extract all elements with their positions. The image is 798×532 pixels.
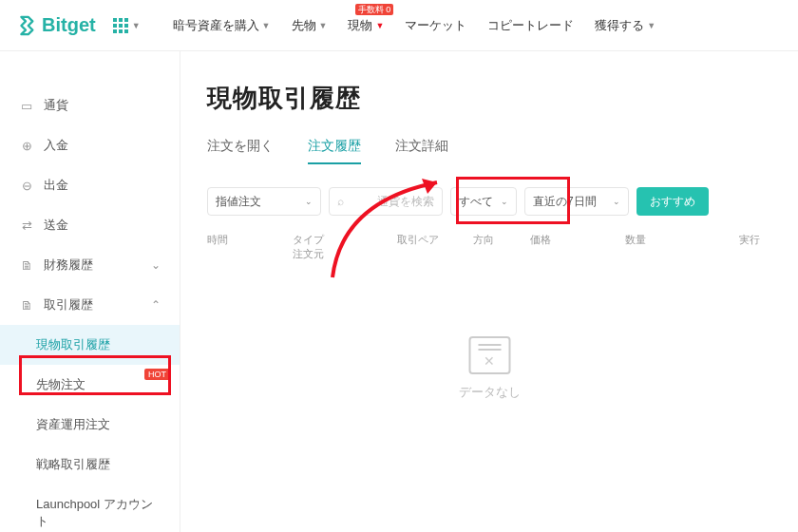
app-menu[interactable]: ▼: [113, 18, 141, 33]
sidebar-item-launchpool[interactable]: Launchpool アカウント: [0, 484, 180, 532]
search-icon: ⌕: [337, 195, 344, 208]
page-title: 現物取引履歴: [207, 82, 771, 115]
order-type-select[interactable]: 指値注文⌄: [207, 187, 321, 216]
range-select[interactable]: 直近の7日間⌄: [524, 187, 629, 216]
empty-icon: [468, 336, 510, 374]
sidebar-item-futures-orders[interactable]: 先物注文HOT: [0, 365, 180, 405]
tab-order-history[interactable]: 注文履歴: [308, 138, 361, 164]
chevron-down-icon: ▼: [375, 21, 384, 30]
logo-icon: [15, 15, 36, 36]
side-select[interactable]: すべて⌄: [450, 187, 517, 216]
col-exec: 実行: [711, 233, 771, 261]
nav-buy-crypto[interactable]: 暗号資産を購入▼: [173, 17, 271, 34]
transfer-icon: ⇄: [19, 218, 34, 233]
sidebar-item-currency[interactable]: ▭通貨: [0, 86, 180, 125]
tab-open-orders[interactable]: 注文を開く: [207, 138, 274, 164]
fee-badge: 手数料 0: [355, 4, 394, 15]
table-header: 時間 タイプ注文元 取引ペア 方向 価格 数量 実行: [207, 233, 771, 261]
chevron-down-icon: ⌄: [501, 197, 508, 206]
chevron-up-icon: ⌃: [151, 298, 161, 312]
nav-market[interactable]: マーケット: [405, 17, 466, 34]
col-price: 価格: [530, 233, 625, 261]
logo[interactable]: Bitget: [15, 14, 96, 36]
col-time: 時間: [207, 233, 293, 261]
chevron-down-icon: ⌄: [613, 197, 620, 206]
sidebar: ▭通貨 ⊕入金 ⊖出金 ⇄送金 🗎財務履歴⌄ 🗎取引履歴⌃ 現物取引履歴 先物注…: [0, 51, 180, 532]
sidebar-item-deposit[interactable]: ⊕入金: [0, 125, 180, 165]
filter-bar: 指値注文⌄ ⌕通貨を検索 すべて⌄ 直近の7日間⌄ おすすめ: [207, 187, 771, 216]
tab-order-detail[interactable]: 注文詳細: [395, 138, 448, 164]
withdraw-icon: ⊖: [19, 179, 34, 193]
sidebar-item-withdraw[interactable]: ⊖出金: [0, 165, 180, 205]
wallet-icon: ▭: [19, 99, 34, 113]
recommend-button[interactable]: おすすめ: [636, 187, 709, 216]
empty-state: データなし: [459, 336, 521, 401]
nav: 暗号資産を購入▼ 先物▼ 手数料 0 現物▼ マーケット コピートレード 獲得す…: [173, 17, 656, 34]
nav-futures[interactable]: 先物▼: [292, 17, 328, 34]
nav-copytrade[interactable]: コピートレード: [487, 17, 574, 34]
app-grid-icon: [113, 18, 128, 33]
chevron-down-icon: ⌄: [151, 258, 161, 272]
deposit-icon: ⊕: [19, 139, 34, 153]
chevron-down-icon: ▼: [647, 21, 656, 30]
sidebar-item-strategy-history[interactable]: 戦略取引履歴: [0, 445, 180, 484]
pair-search-input[interactable]: ⌕通貨を検索: [329, 187, 443, 216]
chevron-down-icon: ⌄: [305, 197, 313, 206]
empty-text: データなし: [459, 384, 521, 401]
doc-icon: 🗎: [19, 258, 34, 273]
nav-earn[interactable]: 獲得する▼: [595, 17, 656, 34]
col-pair: 取引ペア: [397, 233, 473, 261]
tabs: 注文を開く 注文履歴 注文詳細: [207, 138, 771, 164]
header: Bitget ▼ 暗号資産を購入▼ 先物▼ 手数料 0 現物▼ マーケット コピ…: [0, 0, 798, 51]
sidebar-item-asset-orders[interactable]: 資産運用注文: [0, 405, 180, 445]
sidebar-item-transfer[interactable]: ⇄送金: [0, 205, 180, 245]
main: 現物取引履歴 注文を開く 注文履歴 注文詳細 指値注文⌄ ⌕通貨を検索 すべて⌄…: [180, 51, 798, 532]
hot-badge: HOT: [144, 369, 170, 380]
sidebar-item-trade-history[interactable]: 🗎取引履歴⌃: [0, 285, 180, 325]
nav-spot[interactable]: 手数料 0 現物▼: [348, 17, 384, 34]
col-direction: 方向: [473, 233, 530, 261]
logo-text: Bitget: [42, 14, 96, 36]
chevron-down-icon: ▼: [262, 21, 271, 30]
sidebar-item-financial-history[interactable]: 🗎財務履歴⌄: [0, 245, 180, 285]
chevron-down-icon: ▼: [132, 21, 141, 30]
sidebar-item-spot-history[interactable]: 現物取引履歴: [0, 325, 180, 365]
col-amount: 数量: [625, 233, 711, 261]
col-type: タイプ注文元: [293, 233, 397, 261]
chevron-down-icon: ▼: [319, 21, 328, 30]
doc-icon: 🗎: [19, 298, 34, 313]
